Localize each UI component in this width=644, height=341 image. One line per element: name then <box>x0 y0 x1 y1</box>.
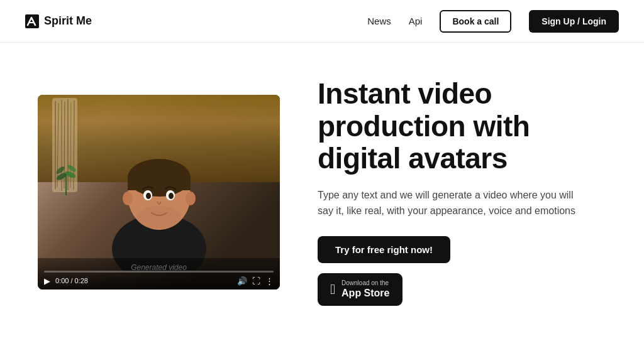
apple-icon:  <box>330 283 335 296</box>
cta-group: Try for free right now!  Download on th… <box>318 236 606 305</box>
nav-news[interactable]: News <box>367 16 391 26</box>
logo: Spirit Me <box>25 14 92 28</box>
logo-text: Spirit Me <box>44 14 92 28</box>
book-call-button[interactable]: Book a call <box>440 10 511 33</box>
nav-api[interactable]: Api <box>409 16 423 26</box>
hero-text-section: Instant video production with digital av… <box>318 78 606 305</box>
controls-row: ▶ 0:00 / 0:28 🔊 ⛶ ⋮ <box>44 276 274 286</box>
header: Spirit Me News Api Book a call Sign Up /… <box>0 0 644 43</box>
controls-right: 🔊 ⛶ ⋮ <box>237 276 274 286</box>
hero-subtitle: Type any text and we will generate a vid… <box>318 188 588 219</box>
time-display: 0:00 / 0:28 <box>55 277 88 284</box>
logo-icon <box>25 14 39 28</box>
wall-art-left <box>49 98 80 202</box>
svg-rect-19 <box>128 178 191 190</box>
signup-button[interactable]: Sign Up / Login <box>529 10 619 33</box>
person-figure <box>96 133 222 271</box>
try-free-button[interactable]: Try for free right now! <box>318 236 450 263</box>
svg-point-26 <box>137 206 181 229</box>
appstore-text: Download on the App Store <box>341 279 389 299</box>
more-options-icon[interactable]: ⋮ <box>265 276 274 286</box>
appstore-button[interactable]:  Download on the App Store <box>318 273 402 305</box>
hero-title: Instant video production with digital av… <box>318 78 606 175</box>
progress-bar[interactable] <box>44 271 274 273</box>
main-content: Generated video ▶ 0:00 / 0:28 🔊 ⛶ ⋮ Inst… <box>0 43 644 341</box>
video-player[interactable]: Generated video ▶ 0:00 / 0:28 🔊 ⛶ ⋮ <box>38 95 280 290</box>
svg-point-21 <box>186 192 196 205</box>
svg-point-24 <box>146 193 151 199</box>
controls-left: ▶ 0:00 / 0:28 <box>44 276 88 286</box>
main-nav: News Api Book a call Sign Up / Login <box>367 10 619 33</box>
video-controls[interactable]: ▶ 0:00 / 0:28 🔊 ⛶ ⋮ <box>38 258 280 290</box>
svg-rect-0 <box>25 14 39 28</box>
appstore-large-text: App Store <box>341 287 389 299</box>
play-icon[interactable]: ▶ <box>44 276 50 286</box>
fullscreen-icon[interactable]: ⛶ <box>252 276 260 286</box>
svg-point-25 <box>169 193 174 199</box>
svg-point-20 <box>123 192 133 205</box>
volume-icon[interactable]: 🔊 <box>237 276 247 286</box>
appstore-small-text: Download on the <box>341 279 389 287</box>
